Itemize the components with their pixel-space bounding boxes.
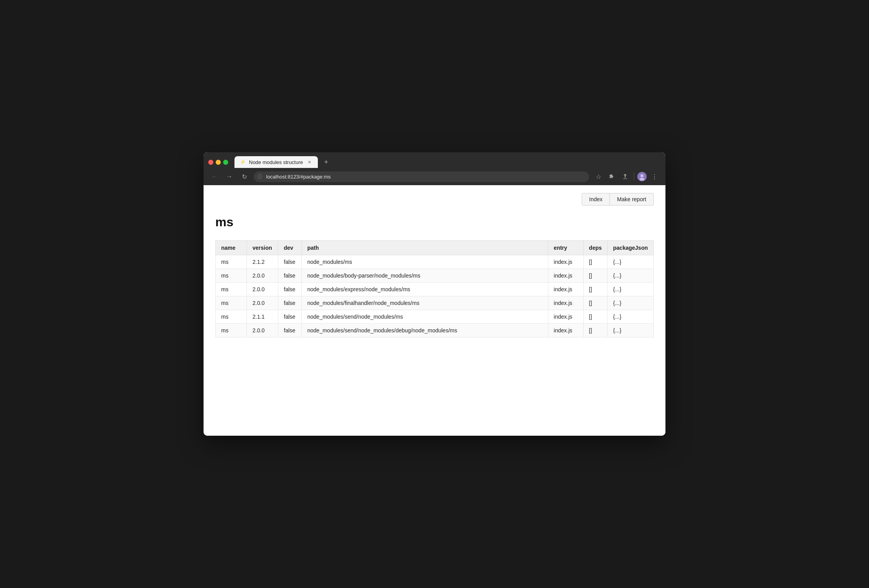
cell-entry: index.js (548, 310, 583, 324)
col-header-packagejson: packageJson (608, 241, 654, 255)
tab-icon: ⚡ (240, 159, 246, 165)
browser-window: ⚡ Node modules structure ✕ + ← → ↻ ⓘ loc… (204, 152, 665, 436)
table-header: name version dev path entry deps package… (216, 241, 654, 255)
table-header-row: name version dev path entry deps package… (216, 241, 654, 255)
share-button[interactable] (620, 171, 631, 182)
table-row[interactable]: ms2.0.0falsenode_modules/send/node_modul… (216, 324, 654, 337)
more-button[interactable]: ⋮ (649, 171, 660, 182)
cell-packageJson: {...} (608, 310, 654, 324)
col-header-version: version (247, 241, 278, 255)
cell-version: 2.0.0 (247, 283, 278, 296)
new-tab-button[interactable]: + (321, 157, 332, 168)
table-row[interactable]: ms2.1.2falsenode_modules/msindex.js[]{..… (216, 255, 654, 269)
table-row[interactable]: ms2.0.0falsenode_modules/body-parser/nod… (216, 269, 654, 283)
extension-button[interactable] (606, 171, 617, 182)
back-button[interactable]: ← (209, 171, 220, 182)
table-row[interactable]: ms2.1.1falsenode_modules/send/node_modul… (216, 310, 654, 324)
table-body: ms2.1.2falsenode_modules/msindex.js[]{..… (216, 255, 654, 337)
cell-entry: index.js (548, 324, 583, 337)
cell-dev: false (278, 283, 302, 296)
tab-close-button[interactable]: ✕ (306, 159, 312, 165)
make-report-button[interactable]: Make report (610, 193, 654, 206)
cell-name: ms (216, 255, 247, 269)
cell-entry: index.js (548, 283, 583, 296)
cell-version: 2.0.0 (247, 269, 278, 283)
cell-path: node_modules/send/node_modules/debug/nod… (302, 324, 548, 337)
cell-path: node_modules/finalhandler/node_modules/m… (302, 296, 548, 310)
svg-point-1 (640, 174, 644, 177)
cell-version: 2.0.0 (247, 324, 278, 337)
table-row[interactable]: ms2.0.0falsenode_modules/finalhandler/no… (216, 296, 654, 310)
cell-deps: [] (583, 296, 608, 310)
cell-deps: [] (583, 310, 608, 324)
cell-deps: [] (583, 324, 608, 337)
tab-bar: ⚡ Node modules structure ✕ + (204, 152, 665, 168)
col-header-dev: dev (278, 241, 302, 255)
cell-packageJson: {...} (608, 255, 654, 269)
col-header-path: path (302, 241, 548, 255)
tab-title: Node modules structure (249, 159, 303, 165)
top-actions: Index Make report (215, 193, 654, 206)
cell-name: ms (216, 269, 247, 283)
toolbar-right: ☆ (593, 171, 660, 182)
cell-version: 2.1.1 (247, 310, 278, 324)
cell-name: ms (216, 324, 247, 337)
cell-packageJson: {...} (608, 296, 654, 310)
address-bar-row: ← → ↻ ⓘ localhost:8123/#package:ms ☆ (204, 168, 665, 185)
cell-path: node_modules/ms (302, 255, 548, 269)
security-icon: ⓘ (258, 173, 262, 180)
index-button[interactable]: Index (582, 193, 610, 206)
cell-dev: false (278, 310, 302, 324)
maximize-traffic-light[interactable] (223, 160, 228, 165)
active-tab[interactable]: ⚡ Node modules structure ✕ (234, 156, 318, 168)
table-row[interactable]: ms2.0.0falsenode_modules/express/node_mo… (216, 283, 654, 296)
cell-dev: false (278, 324, 302, 337)
cell-deps: [] (583, 269, 608, 283)
cell-name: ms (216, 296, 247, 310)
close-traffic-light[interactable] (208, 160, 213, 165)
cell-deps: [] (583, 283, 608, 296)
cell-version: 2.0.0 (247, 296, 278, 310)
cell-packageJson: {...} (608, 283, 654, 296)
cell-path: node_modules/send/node_modules/ms (302, 310, 548, 324)
packages-table: name version dev path entry deps package… (215, 240, 654, 337)
user-avatar[interactable] (637, 172, 647, 181)
cell-dev: false (278, 269, 302, 283)
page-content: Index Make report ms name version dev pa… (204, 185, 665, 436)
star-button[interactable]: ☆ (593, 171, 604, 182)
cell-entry: index.js (548, 269, 583, 283)
url-text: localhost:8123/#package:ms (266, 174, 331, 180)
cell-version: 2.1.2 (247, 255, 278, 269)
cell-path: node_modules/body-parser/node_modules/ms (302, 269, 548, 283)
traffic-lights (208, 160, 228, 165)
cell-entry: index.js (548, 255, 583, 269)
toolbar-divider (634, 173, 634, 180)
cell-packageJson: {...} (608, 269, 654, 283)
cell-path: node_modules/express/node_modules/ms (302, 283, 548, 296)
cell-name: ms (216, 310, 247, 324)
cell-packageJson: {...} (608, 324, 654, 337)
reload-button[interactable]: ↻ (239, 171, 250, 182)
page-title: ms (215, 215, 654, 229)
minimize-traffic-light[interactable] (216, 160, 221, 165)
cell-dev: false (278, 255, 302, 269)
address-field[interactable]: ⓘ localhost:8123/#package:ms (254, 171, 589, 182)
cell-dev: false (278, 296, 302, 310)
forward-button[interactable]: → (224, 171, 235, 182)
cell-deps: [] (583, 255, 608, 269)
col-header-name: name (216, 241, 247, 255)
cell-name: ms (216, 283, 247, 296)
col-header-entry: entry (548, 241, 583, 255)
cell-entry: index.js (548, 296, 583, 310)
col-header-deps: deps (583, 241, 608, 255)
title-bar: ⚡ Node modules structure ✕ + ← → ↻ ⓘ loc… (204, 152, 665, 185)
